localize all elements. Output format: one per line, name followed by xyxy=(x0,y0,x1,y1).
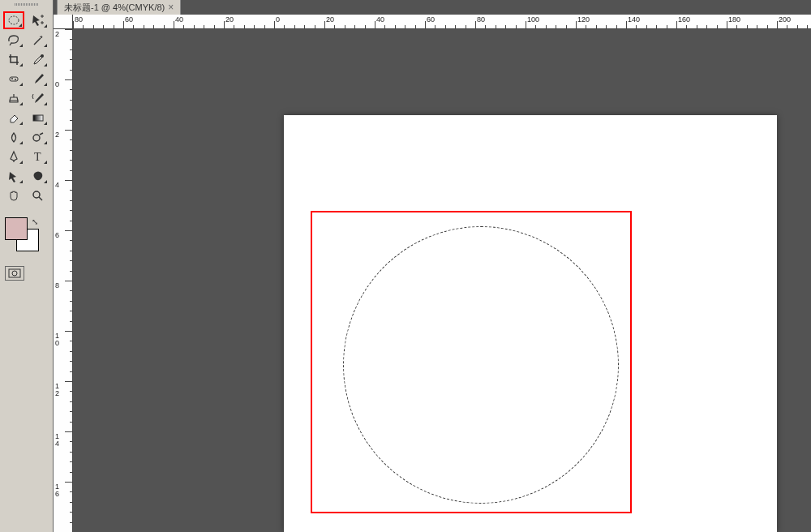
svg-point-4 xyxy=(15,79,16,80)
close-icon[interactable]: × xyxy=(168,2,174,13)
svg-point-0 xyxy=(9,16,19,24)
ruler-tick-label: 8 xyxy=(55,282,68,290)
move-tool[interactable] xyxy=(28,11,49,29)
marquee-ellipse-tool[interactable] xyxy=(3,11,24,29)
ruler-tick-label: 200 xyxy=(779,15,791,24)
ruler-tick-label: 120 xyxy=(577,15,590,24)
toolbox-grip[interactable] xyxy=(0,0,53,8)
text-tool[interactable]: T xyxy=(28,148,49,165)
brush-tool[interactable] xyxy=(28,70,49,88)
magic-wand-tool[interactable] xyxy=(28,31,49,49)
gradient-tool[interactable] xyxy=(28,109,49,127)
clone-stamp-tool[interactable] xyxy=(3,89,24,107)
ruler-tick-label: 0 xyxy=(55,340,68,347)
svg-point-8 xyxy=(33,191,40,198)
elliptical-selection-marquee xyxy=(343,226,619,504)
ruler-tick-label: 60 xyxy=(427,15,435,24)
ruler-tick-label: 6 xyxy=(55,232,68,239)
svg-point-6 xyxy=(33,135,40,141)
document-tab[interactable]: 未标题-1 @ 4%(CMYK/8) × xyxy=(57,0,181,16)
ruler-tick-label: 0 xyxy=(276,15,280,24)
ruler-tick-label: 80 xyxy=(477,15,485,24)
ruler-tick-label: 40 xyxy=(376,15,384,24)
svg-rect-5 xyxy=(33,115,43,121)
dodge-tool[interactable] xyxy=(28,128,49,146)
ruler-origin[interactable] xyxy=(54,15,73,29)
lasso-tool[interactable] xyxy=(3,31,24,49)
ruler-tick-label: 140 xyxy=(628,15,640,24)
ruler-tick-label: 100 xyxy=(527,15,539,24)
svg-point-3 xyxy=(11,78,13,79)
ruler-tick-label: 160 xyxy=(678,15,690,24)
eraser-tool[interactable] xyxy=(3,109,24,127)
ruler-tick-label: 6 xyxy=(55,491,68,498)
ruler-tick-label: 4 xyxy=(55,182,68,189)
horizontal-ruler: 80604020020406080100120140160180200 xyxy=(54,15,811,29)
ruler-tick-label: 20 xyxy=(326,15,334,24)
ruler-tick-label: 180 xyxy=(728,15,740,24)
ruler-tick-label: 20 xyxy=(225,15,234,24)
hand-tool[interactable] xyxy=(3,187,24,204)
ruler-tick-label: 80 xyxy=(75,15,83,24)
ruler-tick-label: 0 xyxy=(55,81,68,88)
ruler-tick-label: 60 xyxy=(125,15,133,24)
svg-point-1 xyxy=(41,54,44,58)
document-tab-label: 未标题-1 @ 4%(CMYK/8) xyxy=(64,2,165,14)
toolbox-panel: T ⤡ xyxy=(0,0,54,532)
ruler-tick-label: 40 xyxy=(175,15,183,24)
document-tab-bar: 未标题-1 @ 4%(CMYK/8) × xyxy=(57,0,181,15)
crop-tool[interactable] xyxy=(3,50,24,68)
svg-point-10 xyxy=(12,271,17,276)
ruler-tick-label: 2 xyxy=(55,31,68,38)
svg-text:T: T xyxy=(34,151,41,163)
quick-mask-button[interactable] xyxy=(5,266,24,281)
color-swatches[interactable]: ⤡ xyxy=(5,217,48,256)
svg-rect-2 xyxy=(10,77,18,81)
ruler-tick-label: 2 xyxy=(55,131,68,139)
ruler-tick-label: 4 xyxy=(55,440,68,448)
pen-tool[interactable] xyxy=(3,148,24,165)
eyedropper-tool[interactable] xyxy=(28,50,49,68)
canvas-viewport[interactable] xyxy=(73,29,811,532)
tool-grid: T xyxy=(0,8,53,208)
zoom-tool[interactable] xyxy=(28,187,49,204)
spot-heal-tool[interactable] xyxy=(3,70,24,88)
custom-shape-tool[interactable] xyxy=(28,167,49,185)
foreground-color-swatch[interactable] xyxy=(5,217,28,240)
history-brush-tool[interactable] xyxy=(28,89,49,107)
blur-tool[interactable] xyxy=(3,128,24,146)
path-select-tool[interactable] xyxy=(3,167,24,185)
swap-colors-icon[interactable]: ⤡ xyxy=(32,217,38,226)
ruler-tick-label: 2 xyxy=(55,390,68,397)
vertical-ruler: 20246810121416 xyxy=(54,15,73,532)
